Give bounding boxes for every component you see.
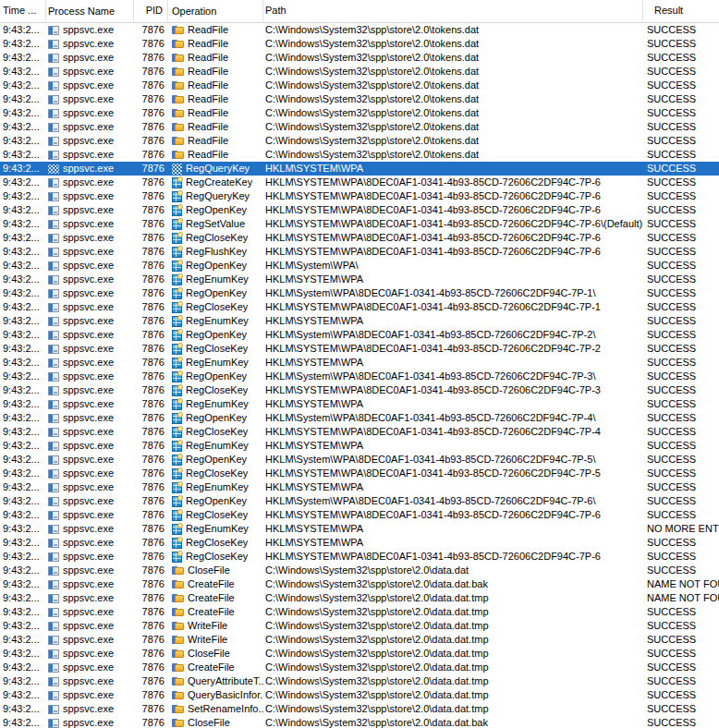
table-row[interactable]: 9:43:2... sppsvc.exe 7876 ReadFile C:\Wi…	[0, 148, 719, 162]
table-row[interactable]: 9:43:2... sppsvc.exe 7876 RegEnumKey HKL…	[0, 480, 719, 494]
table-row[interactable]: 9:43:2... sppsvc.exe 7876 QueryBasicInfo…	[0, 688, 719, 702]
table-row[interactable]: 9:43:2... sppsvc.exe 7876 CloseFile C:\W…	[0, 647, 719, 661]
column-header-pid[interactable]: PID	[134, 0, 168, 22]
table-row[interactable]: 9:43:2... sppsvc.exe 7876 CreateFile C:\…	[0, 591, 719, 605]
column-header-time[interactable]: Time ...	[0, 0, 46, 22]
operation-name: RegQueryKey	[186, 162, 250, 176]
table-row[interactable]: 9:43:2... sppsvc.exe 7876 RegCloseKey HK…	[0, 231, 719, 245]
table-row[interactable]: 9:43:2... sppsvc.exe 7876 RegQueryKey HK…	[0, 162, 719, 176]
table-row[interactable]: 9:43:2... sppsvc.exe 7876 CloseFile C:\W…	[0, 564, 719, 577]
cell-result: SUCCESS	[643, 231, 719, 245]
table-row[interactable]: 9:43:2... sppsvc.exe 7876 RegSetValue HK…	[0, 217, 719, 231]
cell-path: C:\Windows\System32\spp\store\2.0\data.d…	[263, 716, 643, 728]
table-row[interactable]: 9:43:2... sppsvc.exe 7876 RegEnumKey HKL…	[0, 356, 719, 370]
table-row[interactable]: 9:43:2... sppsvc.exe 7876 RegCloseKey HK…	[0, 550, 719, 564]
cell-result: SUCCESS	[643, 23, 719, 37]
table-row[interactable]: 9:43:2... sppsvc.exe 7876 CreateFile C:\…	[0, 577, 719, 591]
table-row[interactable]: 9:43:2... sppsvc.exe 7876 RegCloseKey HK…	[0, 383, 719, 397]
cell-path: C:\Windows\System32\spp\store\2.0\data.d…	[263, 619, 643, 633]
process-exe-icon	[48, 469, 59, 479]
table-row[interactable]: 9:43:2... sppsvc.exe 7876 RegCloseKey HK…	[0, 300, 719, 314]
table-row[interactable]: 9:43:2... sppsvc.exe 7876 RegOpenKey HKL…	[0, 203, 719, 217]
operation-name: ReadFile	[188, 106, 228, 120]
cell-pid: 7876	[134, 716, 168, 728]
table-row[interactable]: 9:43:2... sppsvc.exe 7876 ReadFile C:\Wi…	[0, 79, 719, 92]
table-row[interactable]: 9:43:2... sppsvc.exe 7876 RegCreateKey H…	[0, 176, 719, 189]
table-row[interactable]: 9:43:2... sppsvc.exe 7876 ReadFile C:\Wi…	[0, 92, 719, 106]
cell-path: HKLM\SYSTEM\WPA\8DEC0AF1-0341-4b93-85CD-…	[263, 550, 643, 564]
file-operation-icon	[172, 53, 184, 63]
table-row[interactable]: 9:43:2... sppsvc.exe 7876 RegEnumKey HKL…	[0, 273, 719, 286]
cell-result: SUCCESS	[643, 536, 719, 550]
table-row[interactable]: 9:43:2... sppsvc.exe 7876 RegQueryKey HK…	[0, 189, 719, 203]
table-row[interactable]: 9:43:2... sppsvc.exe 7876 ReadFile C:\Wi…	[0, 51, 719, 65]
process-name: sppsvc.exe	[63, 65, 114, 79]
column-header-op[interactable]: Operation	[168, 0, 263, 22]
table-row[interactable]: 9:43:2... sppsvc.exe 7876 RegOpenKey HKL…	[0, 453, 719, 467]
cell-operation: ReadFile	[168, 92, 263, 106]
table-row[interactable]: 9:43:2... sppsvc.exe 7876 RegOpenKey HKL…	[0, 259, 719, 273]
cell-pid: 7876	[134, 508, 168, 522]
process-exe-icon	[48, 331, 59, 340]
column-header-result[interactable]: Result	[643, 0, 719, 22]
table-row[interactable]: 9:43:2... sppsvc.exe 7876 RegEnumKey HKL…	[0, 439, 719, 453]
cell-path: C:\Windows\System32\spp\store\2.0\data.d…	[263, 688, 643, 702]
registry-operation-icon	[172, 524, 182, 535]
cell-time: 9:43:2...	[0, 120, 46, 134]
registry-operation-icon	[172, 330, 182, 341]
table-row[interactable]: 9:43:2... sppsvc.exe 7876 RegOpenKey HKL…	[0, 411, 719, 425]
table-row[interactable]: 9:43:2... sppsvc.exe 7876 RegCloseKey HK…	[0, 536, 719, 550]
table-row[interactable]: 9:43:2... sppsvc.exe 7876 RegOpenKey HKL…	[0, 328, 719, 342]
cell-operation: QueryBasicInfor...	[168, 688, 263, 702]
cell-operation: RegEnumKey	[168, 522, 263, 536]
registry-operation-icon	[172, 413, 182, 424]
table-row[interactable]: 9:43:2... sppsvc.exe 7876 WriteFile C:\W…	[0, 619, 719, 633]
registry-operation-icon	[172, 468, 182, 479]
registry-operation-icon	[172, 482, 182, 493]
process-name: sppsvc.exe	[63, 577, 114, 591]
table-row[interactable]: 9:43:2... sppsvc.exe 7876 ReadFile C:\Wi…	[0, 106, 719, 120]
table-row[interactable]: 9:43:2... sppsvc.exe 7876 RegOpenKey HKL…	[0, 370, 719, 383]
column-header-proc[interactable]: Process Name	[46, 0, 134, 22]
table-row[interactable]: 9:43:2... sppsvc.exe 7876 ReadFile C:\Wi…	[0, 65, 719, 79]
table-row[interactable]: 9:43:2... sppsvc.exe 7876 RegEnumKey HKL…	[0, 522, 719, 536]
cell-operation: RegCloseKey	[168, 467, 263, 480]
table-row[interactable]: 9:43:2... sppsvc.exe 7876 CreateFile C:\…	[0, 661, 719, 674]
column-header-path[interactable]: Path	[263, 0, 643, 22]
table-row[interactable]: 9:43:2... sppsvc.exe 7876 RegCloseKey HK…	[0, 342, 719, 356]
table-row[interactable]: 9:43:2... sppsvc.exe 7876 CloseFile C:\W…	[0, 716, 719, 728]
table-row[interactable]: 9:43:2... sppsvc.exe 7876 RegEnumKey HKL…	[0, 314, 719, 328]
process-exe-icon	[48, 594, 59, 603]
table-row[interactable]: 9:43:2... sppsvc.exe 7876 RegCloseKey HK…	[0, 467, 719, 480]
operation-name: ReadFile	[188, 92, 228, 106]
process-name: sppsvc.exe	[63, 356, 114, 370]
file-operation-icon	[172, 579, 184, 589]
process-exe-icon	[48, 54, 59, 63]
table-row[interactable]: 9:43:2... sppsvc.exe 7876 RegOpenKey HKL…	[0, 286, 719, 300]
table-row[interactable]: 9:43:2... sppsvc.exe 7876 SetRenameInfo.…	[0, 702, 719, 716]
table-row[interactable]: 9:43:2... sppsvc.exe 7876 RegCloseKey HK…	[0, 425, 719, 439]
table-row[interactable]: 9:43:2... sppsvc.exe 7876 RegCloseKey HK…	[0, 508, 719, 522]
table-row[interactable]: 9:43:2... sppsvc.exe 7876 RegFlushKey HK…	[0, 245, 719, 259]
file-operation-icon	[172, 80, 184, 91]
event-list[interactable]: 9:43:2... sppsvc.exe 7876 ReadFile C:\Wi…	[0, 23, 719, 728]
table-row[interactable]: 9:43:2... sppsvc.exe 7876 RegEnumKey HKL…	[0, 397, 719, 411]
table-row[interactable]: 9:43:2... sppsvc.exe 7876 ReadFile C:\Wi…	[0, 37, 719, 51]
cell-process: sppsvc.exe	[46, 231, 134, 245]
table-row[interactable]: 9:43:2... sppsvc.exe 7876 QueryAttribute…	[0, 674, 719, 688]
cell-operation: RegCloseKey	[168, 342, 263, 356]
process-name: sppsvc.exe	[63, 51, 114, 65]
table-row[interactable]: 9:43:2... sppsvc.exe 7876 ReadFile C:\Wi…	[0, 134, 719, 148]
table-row[interactable]: 9:43:2... sppsvc.exe 7876 WriteFile C:\W…	[0, 633, 719, 647]
cell-process: sppsvc.exe	[46, 425, 134, 439]
cell-process: sppsvc.exe	[46, 273, 134, 286]
operation-name: CreateFile	[188, 591, 235, 605]
operation-name: RegCloseKey	[186, 342, 248, 356]
operation-name: CreateFile	[188, 605, 235, 619]
table-row[interactable]: 9:43:2... sppsvc.exe 7876 CreateFile C:\…	[0, 605, 719, 619]
cell-path: HKLM\System\WPA\8DEC0AF1-0341-4b93-85CD-…	[263, 494, 643, 508]
table-row[interactable]: 9:43:2... sppsvc.exe 7876 ReadFile C:\Wi…	[0, 23, 719, 37]
table-row[interactable]: 9:43:2... sppsvc.exe 7876 RegOpenKey HKL…	[0, 494, 719, 508]
cell-process: sppsvc.exe	[46, 259, 134, 273]
table-row[interactable]: 9:43:2... sppsvc.exe 7876 ReadFile C:\Wi…	[0, 120, 719, 134]
